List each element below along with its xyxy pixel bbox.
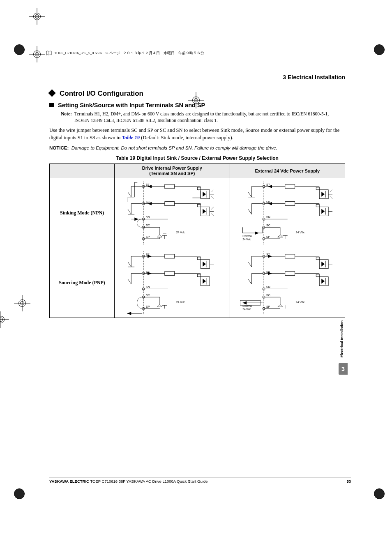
- svg-marker-114: [203, 262, 206, 267]
- side-tab: Electrical Installation 3: [339, 316, 349, 375]
- subsection-title: Setting Sink/Source with Input Terminals…: [58, 102, 205, 108]
- svg-marker-125: [148, 272, 152, 275]
- svg-text:External: External: [242, 235, 252, 238]
- svg-text:S8: S8: [146, 200, 150, 203]
- svg-line-69: [330, 190, 332, 192]
- svg-rect-71: [316, 187, 319, 190]
- footer-left: YASKAWA ELECTRIC TOEP C710616 38F YASKAW…: [49, 479, 208, 484]
- svg-marker-165: [268, 272, 272, 275]
- svg-rect-84: [316, 205, 319, 207]
- svg-rect-158: [316, 257, 319, 260]
- table-19-link[interactable]: Table 19: [122, 135, 140, 140]
- svg-text:24 Vdc: 24 Vdc: [242, 308, 251, 311]
- svg-rect-27: [165, 202, 175, 206]
- svg-rect-5: [165, 184, 175, 189]
- svg-rect-151: [285, 254, 295, 258]
- page-footer: YASKAWA ELECTRIC TOEP C710616 38F YASKAW…: [49, 477, 351, 484]
- crop-mark-top-left: [29, 46, 45, 62]
- proof-page: 53 ページ: [105, 51, 120, 56]
- notice-lead: NOTICE:: [49, 145, 69, 150]
- svg-text:SC: SC: [266, 224, 270, 227]
- footer-brand: YASKAWA ELECTRIC: [49, 479, 89, 484]
- table-row-sinking: Sinking Mode (NPN) S7 S8: [50, 178, 345, 248]
- note-text: Terminals H1, H2, DM+, and DM- on 600 V …: [74, 111, 345, 124]
- proof-date: ２０１３年１２月４日 水曜日 午前９時５６分: [123, 51, 204, 56]
- col1-hdr-text: Drive Internal Power Supply (Terminal SN…: [142, 166, 202, 176]
- svg-rect-38: [198, 205, 201, 207]
- svg-text:24 Vdc: 24 Vdc: [242, 238, 251, 241]
- svg-text:SP: SP: [266, 236, 270, 239]
- svg-rect-129: [198, 274, 201, 277]
- svg-rect-169: [316, 274, 319, 277]
- svg-marker-101: [255, 232, 259, 235]
- svg-marker-66: [321, 192, 325, 197]
- svg-text:SN: SN: [266, 286, 270, 289]
- svg-rect-19: [198, 187, 201, 190]
- side-tab-number: 3: [339, 363, 348, 375]
- section-title: Control I/O Configuration: [60, 90, 143, 97]
- svg-rect-77: [285, 202, 295, 206]
- svg-marker-185: [242, 302, 247, 305]
- table-col2-header: External 24 Vdc Power Supply: [230, 164, 345, 178]
- svg-text:24 Vdc: 24 Vdc: [295, 231, 304, 234]
- footer-doc: TOEP C710616 38F YASKAWA AC Drive L1000A…: [89, 479, 208, 484]
- table-corner: [50, 164, 115, 178]
- svg-marker-14: [203, 192, 206, 197]
- proof-file: TOEP_C710616_38F_5_0.book: [54, 51, 102, 55]
- reg-mark-top-left: [14, 44, 25, 55]
- running-head: 3 Electrical Installation: [49, 74, 345, 82]
- svg-text:External: External: [242, 305, 252, 308]
- svg-text:SC: SC: [266, 294, 270, 297]
- svg-line-18: [211, 196, 214, 199]
- table-row-sourcing: Sourcing Mode (PNP) S7 S8: [50, 248, 345, 318]
- reg-mark-bot-right: [374, 488, 385, 499]
- svg-marker-97: [277, 235, 282, 237]
- svg-text:S7: S7: [146, 183, 150, 186]
- svg-rect-62: [285, 184, 295, 189]
- wiring-table: Drive Internal Power Supply (Terminal SN…: [49, 164, 345, 318]
- subsection-heading: Setting Sink/Source with Input Terminals…: [49, 102, 345, 108]
- body-text-b: (Default: Sink mode, internal power supp…: [140, 135, 233, 140]
- note: Note: Terminals H1, H2, DM+, and DM- on …: [61, 111, 345, 124]
- body-paragraph: Use the wire jumper between terminals SC…: [49, 127, 345, 141]
- svg-marker-53: [157, 235, 162, 237]
- diagram-sinking-internal: S7 S8 S: [115, 178, 230, 248]
- side-tab-label: Electrical Installation: [339, 316, 345, 362]
- diamond-bullet-icon: [48, 89, 55, 97]
- row2-label: Sourcing Mode (PNP): [50, 248, 115, 318]
- reg-mark-top-right: [374, 44, 385, 55]
- svg-text:SC: SC: [146, 294, 150, 297]
- svg-marker-167: [321, 279, 325, 284]
- footer-page: 53: [346, 479, 351, 484]
- svg-text:S7: S7: [266, 183, 270, 186]
- svg-rect-117: [198, 257, 201, 260]
- crop-mark-mid-left: [14, 295, 30, 311]
- svg-text:S8: S8: [266, 200, 270, 203]
- notice-msg: Damage to Equipment. Do not short termin…: [71, 145, 277, 150]
- crop-mark-bot-left: [29, 8, 45, 25]
- svg-text:SP: SP: [146, 306, 150, 309]
- svg-marker-153: [268, 255, 272, 258]
- diagram-sinking-external: S7 S8 SN SC: [230, 178, 345, 248]
- svg-marker-44: [134, 218, 138, 221]
- table-col1-header: Drive Internal Power Supply (Terminal SN…: [115, 164, 230, 178]
- table-caption: Table 19 Digital Input Sink / Source / E…: [49, 155, 345, 161]
- reg-mark-bot-left: [14, 488, 25, 499]
- row1-label: Sinking Mode (NPN): [50, 178, 115, 248]
- svg-text:SP: SP: [146, 236, 150, 239]
- svg-text:SN: SN: [266, 216, 270, 219]
- svg-rect-123: [165, 272, 175, 276]
- svg-rect-163: [285, 272, 295, 276]
- svg-text:24 Vdc: 24 Vdc: [176, 231, 185, 234]
- svg-line-36: [211, 207, 214, 210]
- svg-marker-127: [203, 279, 206, 284]
- svg-line-17: [211, 190, 214, 192]
- svg-marker-33: [203, 209, 206, 214]
- section-heading: Control I/O Configuration: [49, 90, 345, 98]
- svg-line-70: [330, 196, 332, 199]
- svg-text:SP: SP: [266, 306, 270, 309]
- svg-marker-112: [148, 255, 152, 258]
- diagram-sourcing-internal: S7 S8 SN SC: [115, 248, 230, 318]
- svg-marker-81: [321, 209, 325, 214]
- note-lead: Note:: [61, 111, 72, 124]
